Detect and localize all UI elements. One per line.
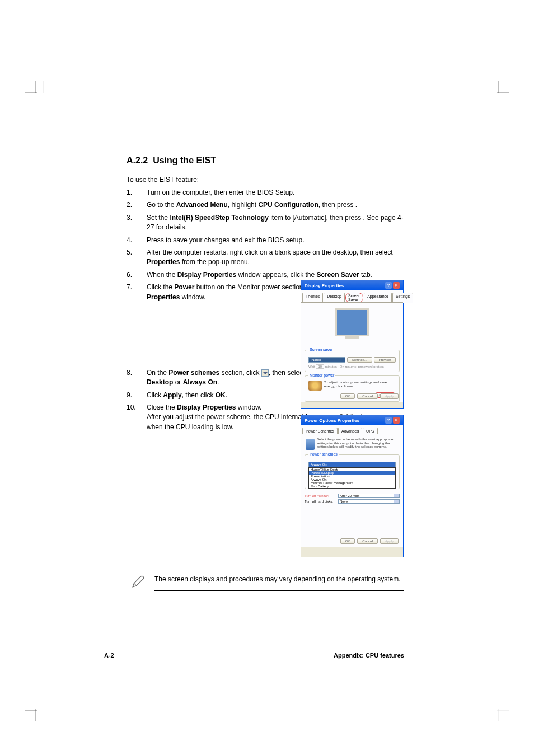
step-item: 2.Go to the Advanced Menu, highlight CPU… (127, 200, 404, 210)
note-text: The screen displays and procedures may v… (154, 572, 404, 591)
turn-off-hd-value: Never (338, 499, 400, 504)
step-number: 5. (127, 248, 147, 267)
step-text: Press to save your changes and exit the … (147, 236, 404, 245)
step-number: 9. (127, 391, 147, 400)
step-text: Go to the Advanced Menu, highlight CPU C… (147, 200, 404, 210)
dialog-buttons: OK Cancel Apply (340, 538, 399, 544)
intro-text: To use the EIST feature: (127, 176, 404, 184)
cancel-button: Cancel (357, 393, 378, 399)
step-item: 3.Set the Intel(R) SpeedStep Technology … (127, 213, 404, 233)
turn-off-monitor-label: Turn off monitor: (305, 494, 338, 497)
step-item: 6.When the Display Properties window app… (127, 270, 404, 280)
ok-button: OK (340, 393, 355, 399)
step-number: 10. (127, 403, 147, 432)
tab-strip: Themes Desktop Screen Saver Appearance S… (301, 290, 403, 303)
page-number: A-2 (104, 652, 114, 659)
power-schemes-group-title: Power schemes (308, 452, 339, 456)
apply-button: Apply (380, 538, 399, 544)
step-text: Set the Intel(R) SpeedStep Technology it… (147, 213, 404, 233)
crop-mark (487, 81, 509, 104)
close-icon: × (393, 282, 400, 289)
ok-button: OK (340, 538, 355, 544)
step-number: 8. (127, 368, 147, 388)
monitor-power-group-title: Monitor power (308, 373, 335, 377)
display-properties-screenshot: Display Properties ? × Themes Desktop Sc… (301, 280, 404, 409)
monitor-preview-icon (335, 308, 369, 336)
step-number: 7. (127, 283, 147, 302)
chapter-title: Appendix: CPU features (334, 652, 404, 659)
step-number: 6. (127, 270, 147, 280)
svg-line-9 (134, 583, 136, 585)
settings-button: Settings... (347, 357, 372, 363)
step-text: When the Display Properties window appea… (147, 270, 404, 280)
power-options-screenshot: Power Options Properties ? × Power Schem… (301, 415, 404, 557)
tab-desktop: Desktop (324, 293, 345, 303)
turn-off-hd-label: Turn off hard disks: (305, 500, 338, 503)
close-icon: × (393, 417, 400, 424)
screensaver-dropdown: (None) (308, 357, 345, 363)
scheme-option: Max Battery (309, 485, 395, 488)
tab-settings: Settings (392, 293, 413, 303)
power-scheme-selected: Always On (308, 462, 396, 467)
step-item: 4.Press to save your changes and exit th… (127, 236, 404, 245)
help-icon: ? (385, 282, 392, 289)
help-icon: ? (385, 417, 392, 424)
tab-strip: Power Schemes Advanced UPS (301, 425, 403, 434)
power-desc-text: Select the power scheme with the most ap… (317, 438, 400, 449)
titlebar: Display Properties ? × (301, 280, 403, 290)
tab-screensaver-circled: Screen Saver (345, 293, 363, 303)
tab-themes: Themes (302, 293, 323, 303)
step-number: 3. (127, 213, 147, 233)
dropdown-icon (261, 369, 269, 377)
note-pencil-icon (127, 572, 154, 591)
step-number: 4. (127, 236, 147, 245)
apply-button: Apply (380, 393, 399, 399)
step-text: After the computer restarts, right click… (147, 248, 404, 267)
crop-mark (25, 699, 47, 721)
crop-mark (487, 699, 509, 721)
power-scheme-options: Home/Office DeskPortable/LaptopPresentat… (308, 467, 396, 489)
step-number: 1. (127, 188, 147, 198)
tab-appearance: Appearance (364, 293, 392, 303)
preview-button: Preview (374, 357, 396, 363)
step-item: 5.After the computer restarts, right cli… (127, 248, 404, 267)
step-item: 1.Turn on the computer, then enter the B… (127, 188, 404, 198)
section-heading: A.2.2 Using the EIST (127, 156, 404, 166)
energy-star-icon (308, 381, 322, 391)
dialog-buttons: OK Cancel Apply (340, 393, 399, 399)
battery-icon (306, 439, 315, 450)
turn-off-monitor-value: After 20 mins (338, 494, 400, 498)
step-number: 2. (127, 200, 147, 210)
cancel-button: Cancel (357, 538, 378, 544)
screensaver-group-title: Screen saver (308, 348, 334, 351)
titlebar: Power Options Properties ? × (301, 415, 403, 425)
crop-mark (25, 81, 47, 104)
monitor-power-text: To adjust monitor power settings and sav… (324, 381, 396, 388)
tab-power-schemes: Power Schemes (302, 428, 338, 434)
step-text: Turn on the computer, then enter the BIO… (147, 188, 404, 198)
